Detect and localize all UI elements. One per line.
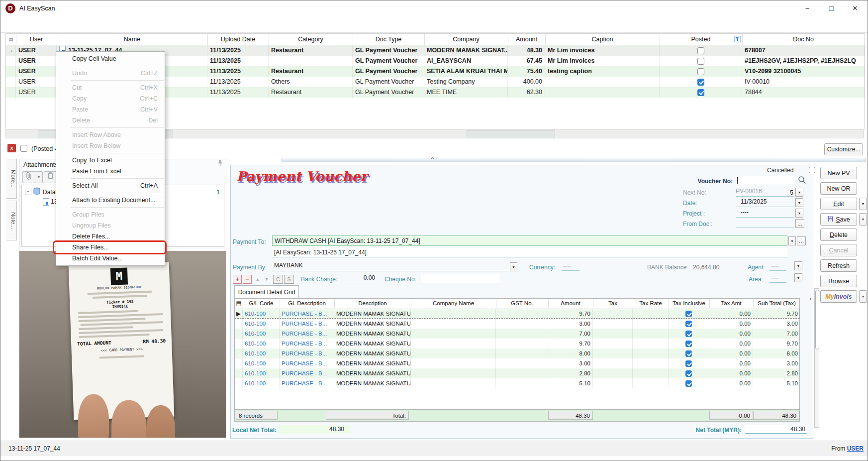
menu-item-delete-files[interactable]: Delete Files...	[56, 231, 165, 242]
agent-value[interactable]: ----	[770, 262, 786, 271]
column-header-user[interactable]: User	[16, 34, 57, 45]
payment-by-dropdown-icon[interactable]	[510, 262, 517, 271]
column-header-tax_rate[interactable]: Tax Rate	[633, 299, 669, 308]
cancelled-checkbox[interactable]	[809, 167, 815, 173]
payment-to-dropdown-icon[interactable]	[788, 236, 796, 245]
tax-inclusive-checkbox[interactable]	[685, 331, 692, 337]
close-icon[interactable]	[844, 0, 867, 16]
hscroll-thumb[interactable]	[467, 130, 555, 138]
project-dropdown-icon[interactable]	[795, 209, 803, 218]
tab-note[interactable]: Note...	[6, 201, 17, 240]
from-doc-browse-button[interactable]	[795, 219, 804, 228]
column-header-gst[interactable]: GST No.	[496, 299, 549, 308]
tab-more[interactable]: More...	[6, 159, 17, 199]
area-dropdown-icon[interactable]	[794, 273, 802, 282]
move-up-icon[interactable]: ▲	[253, 275, 262, 284]
table-row[interactable]: 610-100PURCHASE - B...MODERN MAMAK SIGNA…	[235, 378, 799, 388]
menu-item-copy-to-excel[interactable]: Copy To Excel	[56, 155, 165, 166]
edit-dropdown-icon[interactable]	[859, 198, 867, 210]
column-header-amount[interactable]: Amount	[548, 299, 593, 308]
tax-inclusive-checkbox[interactable]	[685, 370, 692, 377]
tax-inclusive-checkbox[interactable]	[685, 380, 692, 387]
pin-icon[interactable]	[216, 160, 224, 169]
tab-document-detail-grid[interactable]: Document Detail Grid	[234, 285, 299, 299]
posted-checkbox[interactable]	[697, 58, 704, 65]
currency-value[interactable]: ----	[562, 262, 579, 271]
table-row[interactable]: 610-100PURCHASE - B...MODERN MAMAK SIGNA…	[235, 348, 799, 358]
payment-to-browse-button[interactable]	[797, 236, 806, 245]
edit-button[interactable]: Edit	[820, 198, 857, 210]
vscroll-thumb[interactable]	[815, 290, 819, 349]
date-dropdown-icon[interactable]	[795, 198, 803, 207]
column-header-company[interactable]: Company	[424, 34, 508, 45]
column-header-caption[interactable]: Caption	[545, 34, 660, 45]
filter-icon[interactable]	[734, 36, 741, 42]
column-header-name[interactable]: Name	[57, 34, 208, 45]
menu-item-attach-to-existing-document[interactable]: Attach to Existing Document...	[56, 195, 165, 206]
menu-item-paste-from-excel[interactable]: Paste From Excel	[56, 166, 165, 177]
cheque-no-input[interactable]	[421, 274, 499, 283]
attachment-preview-image[interactable]: M MODERN MAMAK SIGNATURE Ticket # 192 IN…	[19, 251, 226, 438]
menu-item-select-all[interactable]: Select AllCtrl+A	[56, 180, 165, 191]
tax-inclusive-checkbox[interactable]	[685, 321, 692, 327]
customize-button[interactable]: Customize...	[824, 143, 863, 155]
save-dropdown-icon[interactable]	[859, 213, 867, 226]
posted-checkbox[interactable]	[697, 68, 704, 75]
posted-checkbox[interactable]	[697, 89, 704, 96]
column-header-gl_code[interactable]: G/L Code	[243, 299, 280, 308]
payment-to-line2-input[interactable]: [AI EasyScan: 13-11-25 17_07_44]	[272, 248, 787, 257]
menu-item-share-files[interactable]: Share Files...	[56, 242, 165, 253]
column-header-category[interactable]: Category	[269, 34, 353, 45]
table-row[interactable]: 610-100PURCHASE - B...MODERN MAMAK SIGNA…	[235, 339, 799, 348]
column-header-desc[interactable]: Description	[334, 299, 411, 308]
column-header-doc_type[interactable]: Doc Type	[353, 34, 425, 45]
table-row[interactable]: 610-100PURCHASE - B...MODERN MAMAK SIGNA…	[235, 358, 799, 368]
project-input[interactable]: ----	[736, 209, 794, 218]
tax-inclusive-checkbox[interactable]	[685, 341, 692, 347]
column-header-company[interactable]: Company Name	[411, 299, 496, 308]
voucher-no-input[interactable]	[736, 176, 794, 185]
area-value[interactable]: ----	[770, 274, 786, 283]
search-icon[interactable]	[797, 175, 807, 186]
column-header-posted[interactable]: Posted	[660, 34, 743, 45]
tax-inclusive-checkbox[interactable]	[685, 311, 692, 317]
column-header-sub_total[interactable]: Sub Total (Tax)	[753, 299, 800, 308]
add-row-button[interactable]: +	[233, 275, 242, 284]
tax-inclusive-checkbox[interactable]	[685, 350, 692, 357]
menu-item-copy-cell-value[interactable]: Copy Cell Value	[56, 53, 165, 64]
bank-charge-link[interactable]: Bank Charge:	[301, 276, 337, 283]
next-no-dropdown-icon[interactable]	[795, 188, 803, 197]
from-user-link[interactable]: USER	[847, 445, 864, 452]
posted-checkbox[interactable]	[697, 47, 704, 54]
c-button[interactable]: C	[273, 275, 283, 284]
myinvois-button[interactable]: Myinvois	[820, 290, 857, 303]
column-header-tax[interactable]: Tax	[593, 299, 633, 308]
remove-row-button[interactable]: −	[243, 275, 252, 284]
table-row[interactable]: 610-100PURCHASE - B...MODERN MAMAK SIGNA…	[235, 329, 799, 339]
date-input[interactable]: 11/3/2025	[736, 198, 794, 207]
panel-collapse-icon[interactable]: ›	[810, 296, 811, 302]
attach-file-button[interactable]	[22, 171, 35, 183]
new-or-button[interactable]: New OR	[820, 182, 857, 195]
tree-collapse-icon[interactable]: −	[25, 189, 31, 195]
agent-dropdown-icon[interactable]	[794, 261, 802, 270]
payment-by-combo[interactable]: MAYBANK	[272, 262, 518, 271]
column-header-amount[interactable]: Amount	[508, 34, 546, 45]
menu-item-batch-edit-value[interactable]: Batch Edit Value...	[56, 253, 165, 264]
column-header-tax_incl[interactable]: Tax Inclusive	[669, 299, 710, 308]
save-button[interactable]: Save	[820, 213, 857, 226]
refresh-button[interactable]: Refresh	[820, 259, 857, 272]
delete-button[interactable]: Delete	[820, 229, 857, 241]
column-header-upload_date[interactable]: Upload Date	[207, 34, 269, 45]
bank-charge-input[interactable]: 0.00	[343, 274, 377, 283]
posted-checkbox[interactable]	[697, 79, 704, 86]
myinvois-dropdown-icon[interactable]	[859, 290, 867, 303]
move-down-icon[interactable]: ▼	[262, 275, 271, 284]
filter-close-button[interactable]: x	[7, 144, 16, 152]
column-header-gl_desc[interactable]: GL Description	[280, 299, 335, 308]
browse-button[interactable]: Browse	[820, 275, 857, 287]
table-row[interactable]: ▶610-100PURCHASE - B...MODERN MAMAK SIGN…	[235, 309, 799, 319]
detail-vscrollbar[interactable]	[814, 288, 819, 428]
tax-inclusive-checkbox[interactable]	[685, 360, 692, 367]
attach-dropdown-icon[interactable]: ▼	[35, 171, 43, 183]
